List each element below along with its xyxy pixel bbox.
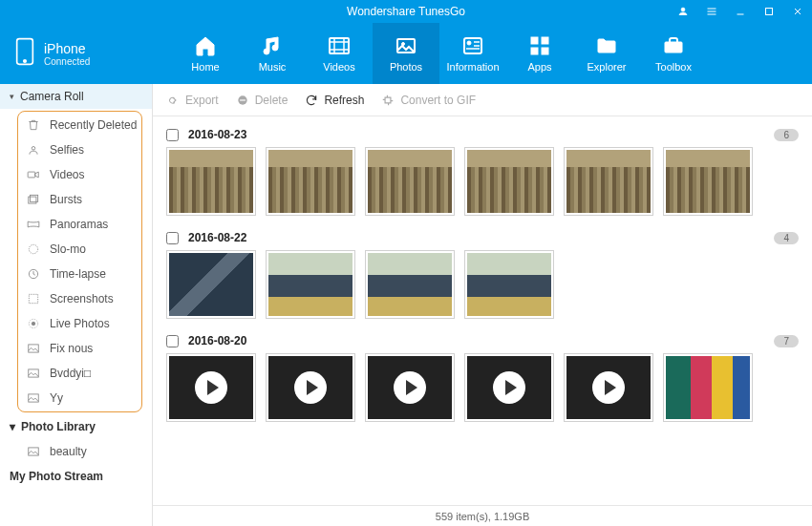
photo-thumb[interactable] [663,147,753,216]
device-name: iPhone [44,41,90,56]
photo-thumb[interactable] [663,353,753,422]
photo-thumb[interactable] [166,250,256,319]
sidebar-item-label: Yy [50,391,63,405]
sidebar-item-timelapse[interactable]: Time-lapse [0,262,152,286]
play-icon [566,356,651,419]
sidebar-camera-roll[interactable]: ▾ Camera Roll [0,84,152,109]
nav-videos[interactable]: Videos [306,23,373,84]
nav-toolbox[interactable]: Toolbox [640,23,707,84]
svg-rect-8 [531,37,538,44]
sidebar-item-videos[interactable]: Videos [0,162,152,187]
svg-rect-16 [31,195,38,201]
sidebar-item-album[interactable]: Yy [0,386,152,410]
svg-rect-19 [29,294,37,303]
nav-label: Videos [323,61,354,73]
sidebar-photo-library[interactable]: ▾ Photo Library [0,414,152,439]
video-thumb[interactable] [464,353,554,422]
sidebar-item-label: Videos [50,168,84,181]
sidebar-item-bursts[interactable]: Bursts [0,187,152,212]
sidebar-item-recently-deleted[interactable]: Recently Deleted [0,113,152,137]
sidebar-item-label: Live Photos [50,317,110,330]
video-thumb[interactable] [365,353,455,422]
sidebar-item-selfies[interactable]: Selfies [0,137,152,162]
home-icon [194,34,217,57]
photo-thumb[interactable] [266,250,355,319]
svg-rect-3 [330,38,349,53]
photo-thumb[interactable] [464,250,554,319]
group-count-badge: 6 [774,129,799,141]
svg-point-17 [29,244,37,253]
user-icon[interactable] [669,0,697,23]
folder-icon [595,34,618,57]
nav-information[interactable]: Information [439,23,506,84]
group-checkbox[interactable] [166,335,179,347]
video-thumb[interactable] [564,353,653,422]
sidebar-item-label: Time-lapse [50,267,106,281]
trash-icon [27,118,40,132]
device-box[interactable]: iPhone Connected [0,23,153,84]
sidebar-item-label: Slo-mo [50,242,86,256]
sidebar-item-slomo[interactable]: Slo-mo [0,237,152,262]
nav-label: Explorer [588,61,627,73]
camcorder-icon [27,168,40,181]
sidebar-item-album[interactable]: beaulty [0,439,152,464]
photo-thumb[interactable] [464,147,554,216]
svg-point-2 [24,60,27,63]
close-button[interactable] [783,0,812,23]
slomo-icon [27,242,40,256]
timelapse-icon [27,267,40,281]
menu-icon[interactable] [697,0,726,23]
photo-content[interactable]: 2016-08-23 6 2016-08-22 4 [153,116,812,505]
svg-rect-9 [542,37,548,44]
status-text: 559 item(s), 1.19GB [436,511,529,522]
tool-label: Delete [255,94,288,107]
sidebar-item-screenshots[interactable]: Screenshots [0,286,152,311]
group-checkbox[interactable] [166,232,179,244]
video-thumb[interactable] [266,353,355,422]
svg-rect-23 [29,369,39,377]
play-icon [467,356,551,419]
photo-thumb[interactable] [166,147,256,216]
sidebar-item-panoramas[interactable]: Panoramas [0,212,152,237]
export-button[interactable]: Export [166,94,219,107]
tool-label: Export [185,94,219,107]
nav-music[interactable]: Music [239,23,306,84]
svg-rect-10 [531,48,538,54]
convert-gif-button[interactable]: Convert to GIF [381,94,476,107]
photo-thumb[interactable] [564,147,653,216]
sidebar-item-label: Screenshots [50,292,114,305]
sidebar-header-label: My Photo Stream [10,470,103,483]
sidebar-item-label: Bursts [50,193,82,206]
nav-explorer[interactable]: Explorer [573,23,640,84]
photo-thumb[interactable] [365,147,455,216]
group-date: 2016-08-20 [188,334,246,347]
sidebar-my-photo-stream[interactable]: My Photo Stream [0,464,152,489]
chevron-down-icon: ▾ [10,420,15,433]
screenshot-icon [27,292,40,305]
minimize-button[interactable] [726,0,755,23]
nav-photos[interactable]: Photos [373,23,439,84]
video-thumb[interactable] [166,353,256,422]
refresh-button[interactable]: Refresh [305,94,364,107]
sidebar-item-label: beaulty [50,445,87,458]
group-checkbox[interactable] [166,129,179,141]
sidebar-item-album[interactable]: Fix nous [0,336,152,361]
nav-apps[interactable]: Apps [506,23,573,84]
thumb-row [166,250,799,328]
livephoto-icon [27,317,40,330]
nav-home[interactable]: Home [172,23,239,84]
svg-rect-12 [665,42,682,53]
svg-rect-15 [29,197,36,203]
delete-button[interactable]: Delete [236,94,288,107]
photo-thumb[interactable] [266,147,355,216]
photo-thumb[interactable] [365,250,455,319]
group-header: 2016-08-22 4 [166,225,799,250]
sidebar-item-album[interactable]: Bvddyi□ [0,361,152,386]
nav-label: Toolbox [655,61,692,73]
nav-label: Information [446,61,499,73]
sidebar-header-label: Camera Roll [20,90,84,103]
maximize-button[interactable] [755,0,783,23]
sidebar-item-livephotos[interactable]: Live Photos [0,311,152,336]
sidebar-camera-roll-list: Recently Deleted Selfies Videos Bursts P… [0,109,152,414]
thumb-row [166,353,799,431]
